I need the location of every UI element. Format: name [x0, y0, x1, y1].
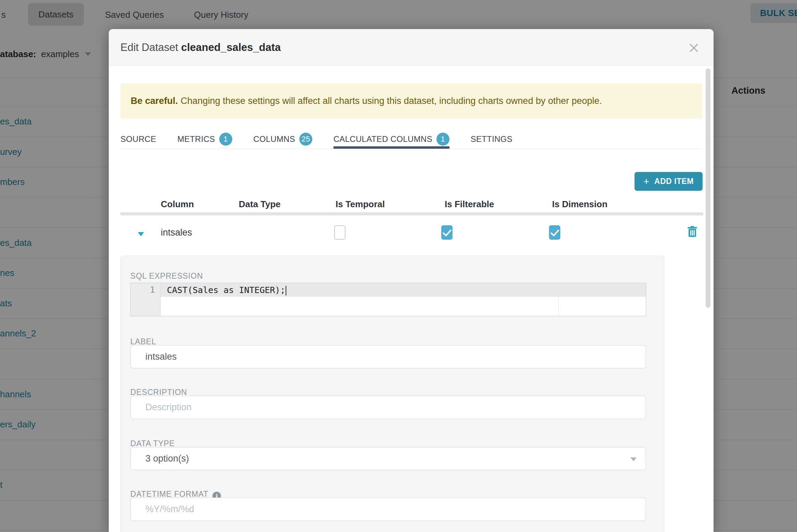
plus-icon: + [643, 176, 650, 187]
is-filterable-checkbox[interactable] [441, 225, 453, 240]
data-type-select[interactable]: 3 option(s) [130, 447, 646, 470]
datetime-format-input[interactable]: %Y/%m/%d [130, 497, 646, 521]
tab-metrics[interactable]: METRICS1 [177, 130, 232, 148]
add-item-button[interactable]: + ADD ITEM [635, 172, 703, 191]
tab-settings[interactable]: SETTINGS [471, 130, 512, 148]
tab-calculated-columns[interactable]: CALCULATED COLUMNS1 [334, 130, 449, 148]
screen: s Datasets Saved Queries Query History B… [0, 0, 797, 532]
calculated-column-row: intsales [109, 219, 714, 250]
text-cursor [286, 286, 286, 295]
tab-label: SETTINGS [471, 134, 512, 144]
label-input-value: intsales [145, 351, 177, 362]
datetime-format-placeholder: %Y/%m/%d [145, 504, 194, 515]
trash-icon[interactable] [688, 226, 697, 238]
modal-tabs: SOURCE METRICS1 COLUMNS25 CALCULATED COL… [120, 130, 702, 149]
tab-count-badge: 1 [436, 133, 449, 146]
editor-gutter: 1 [131, 283, 161, 316]
modal-scrollbar[interactable] [706, 68, 710, 308]
modal-title-dataset-name: cleaned_sales_data [181, 41, 280, 53]
sql-expression-editor[interactable]: 1 CAST(Sales as INTEGER); [130, 283, 646, 316]
column-header-is-filterable: Is Filterable [445, 199, 494, 210]
tab-count-badge: 1 [219, 133, 232, 146]
description-placeholder: Description [145, 402, 192, 413]
is-dimension-checkbox[interactable] [549, 225, 560, 240]
column-header-data-type: Data Type [239, 199, 280, 210]
chevron-down-icon[interactable] [138, 232, 144, 236]
tab-columns[interactable]: COLUMNS25 [253, 130, 312, 148]
tab-label: SOURCE [120, 134, 156, 144]
sql-expression-label: SQL EXPRESSION [130, 271, 203, 281]
label-input[interactable]: intsales [130, 345, 646, 369]
edit-dataset-modal: Edit Dataset cleaned_sales_data Be caref… [109, 29, 714, 532]
table-header-divider [120, 212, 703, 215]
calculated-column-editor-panel: SQL EXPRESSION 1 CAST(Sales as INTEGER);… [120, 256, 664, 532]
column-header-is-temporal: Is Temporal [336, 199, 385, 210]
add-item-label: ADD ITEM [654, 177, 694, 186]
data-type-value: 3 option(s) [145, 453, 189, 464]
is-temporal-checkbox[interactable] [334, 225, 345, 240]
modal-header: Edit Dataset cleaned_sales_data [109, 29, 714, 66]
warning-banner-text: Changing these settings will affect all … [181, 96, 602, 106]
warning-banner: Be careful. Changing these settings will… [120, 83, 702, 119]
chevron-down-icon [630, 457, 637, 461]
modal-title: Edit Dataset cleaned_sales_data [120, 41, 281, 54]
tab-label: METRICS [177, 134, 215, 144]
tab-source[interactable]: SOURCE [120, 130, 156, 148]
line-number: 1 [150, 285, 155, 295]
close-icon[interactable] [688, 42, 700, 54]
warning-banner-bold: Be careful. [131, 96, 178, 106]
description-input[interactable]: Description [130, 396, 646, 419]
tab-label: CALCULATED COLUMNS [334, 134, 432, 144]
modal-title-prefix: Edit Dataset [120, 41, 181, 53]
column-header-is-dimension: Is Dimension [552, 199, 607, 210]
editor-print-margin [558, 283, 559, 316]
column-header-column: Column [161, 199, 194, 210]
column-name: intsales [161, 227, 192, 238]
tab-label: COLUMNS [253, 134, 295, 144]
tab-count-badge: 25 [299, 133, 312, 146]
sql-code: CAST(Sales as INTEGER); [167, 285, 286, 295]
